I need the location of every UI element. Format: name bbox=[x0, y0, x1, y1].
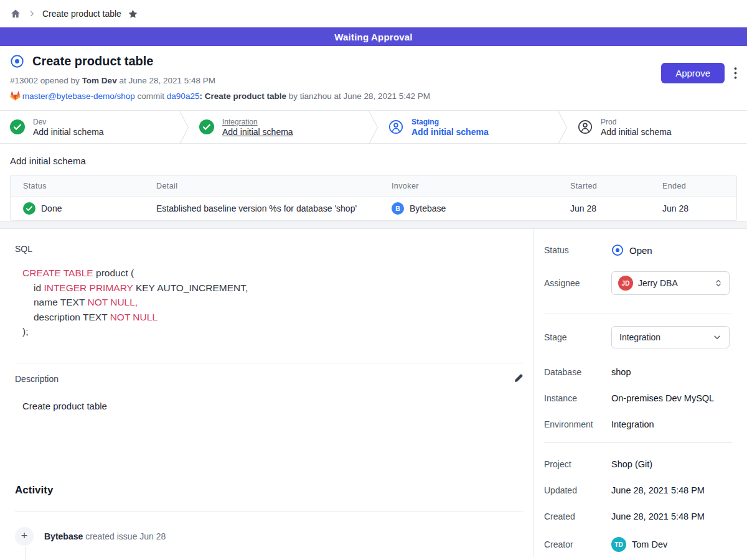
divider bbox=[15, 363, 524, 363]
stage-select[interactable]: Integration bbox=[611, 326, 730, 348]
invoker-avatar: B bbox=[392, 202, 404, 215]
status-open-icon bbox=[611, 244, 624, 256]
sidebar-field-project: Project Shop (Git) bbox=[544, 459, 732, 469]
pending-person-icon bbox=[578, 119, 593, 134]
stage-staging[interactable]: Staging Add initial schema bbox=[378, 111, 558, 143]
column-detail: Detail bbox=[156, 182, 392, 190]
issue-opened-time: at June 28, 2021 5:48 PM bbox=[119, 76, 215, 85]
main-column: SQL CREATE TABLE product ( id INTEGER PR… bbox=[0, 229, 534, 557]
stage-task-label: Add initial schema bbox=[601, 127, 672, 137]
header-actions: Approve bbox=[661, 63, 737, 83]
banner-text: Waiting Approval bbox=[334, 32, 412, 42]
git-commit-byline: by tianzhou at June 28, 2021 5:42 PM bbox=[289, 91, 430, 101]
timeline-connector bbox=[25, 547, 26, 560]
chevron-down-icon bbox=[713, 333, 721, 342]
breadcrumb: Create product table bbox=[0, 0, 747, 27]
pipeline-stages: Dev Add initial schema Integration Add i… bbox=[0, 110, 747, 144]
divider bbox=[15, 511, 524, 511]
column-ended: Ended bbox=[648, 182, 736, 190]
creator-avatar: TD bbox=[611, 537, 626, 552]
sql-keyword: INTEGER PRIMARY bbox=[44, 282, 133, 293]
issue-number: #13002 opened by bbox=[10, 76, 80, 85]
breadcrumb-current: Create product table bbox=[42, 9, 121, 19]
task-ended: Jun 28 bbox=[648, 203, 736, 213]
page-title: Create product table bbox=[32, 54, 153, 68]
stage-integration[interactable]: Integration Add initial schema bbox=[189, 111, 369, 143]
stage-env-label: Staging bbox=[411, 118, 489, 126]
activity-actor: Bytebase bbox=[44, 531, 83, 541]
chevron-right-icon bbox=[27, 9, 36, 18]
stage-task-label: Add initial schema bbox=[411, 127, 489, 137]
instance-value: On-premises Dev MySQL bbox=[611, 393, 714, 403]
issue-author: Tom Dev bbox=[82, 76, 117, 85]
status-value: Open bbox=[629, 245, 652, 256]
sql-keyword: NOT NULL bbox=[110, 312, 157, 322]
sidebar-field-instance: Instance On-premises Dev MySQL bbox=[544, 393, 732, 403]
home-icon[interactable] bbox=[10, 8, 21, 19]
status-banner: Waiting Approval bbox=[0, 27, 747, 46]
pending-person-icon bbox=[388, 119, 403, 134]
description-header: Description bbox=[15, 373, 524, 385]
title-row: Create product table bbox=[10, 54, 430, 68]
divider bbox=[544, 442, 732, 443]
more-options-icon[interactable] bbox=[734, 67, 737, 79]
edit-description-button[interactable] bbox=[514, 373, 524, 385]
sidebar-field-assignee: Assignee JD Jerry DBA bbox=[544, 271, 732, 295]
sidebar-field-creator: Creator TD Tom Dev bbox=[544, 537, 732, 552]
git-commit-message: : Create product table bbox=[199, 91, 286, 101]
task-table: Status Detail Invoker Started Ended Done… bbox=[10, 175, 737, 221]
favorite-star-icon[interactable] bbox=[128, 9, 138, 19]
task-invoker: Bytebase bbox=[410, 203, 446, 213]
issue-sidebar: Status Open Assignee JD Jerry DBA Stage bbox=[534, 229, 747, 557]
task-table-row[interactable]: Done Established baseline version %s for… bbox=[11, 197, 736, 220]
issue-header-left: Create product table #13002 opened by To… bbox=[10, 54, 430, 101]
activity-action: created issue Jun 28 bbox=[85, 531, 166, 541]
creator-value: Tom Dev bbox=[632, 539, 667, 549]
task-section: Add initial schema Status Detail Invoker… bbox=[0, 144, 747, 221]
git-commit-word: commit bbox=[138, 91, 165, 101]
assignee-select[interactable]: JD Jerry DBA bbox=[611, 271, 730, 295]
check-circle-icon bbox=[10, 119, 25, 134]
stage-separator bbox=[369, 111, 378, 143]
column-started: Started bbox=[555, 182, 648, 190]
task-heading: Add initial schema bbox=[10, 156, 737, 166]
section-gap bbox=[0, 221, 747, 228]
issue-meta: #13002 opened by Tom Dev at June 28, 202… bbox=[10, 76, 430, 85]
stage-env-label: Prod bbox=[601, 118, 672, 126]
assignee-avatar: JD bbox=[618, 276, 633, 291]
description-label: Description bbox=[15, 374, 59, 384]
updated-value: June 28, 2021 5:48 PM bbox=[611, 485, 705, 495]
environment-value: Integration bbox=[611, 419, 654, 429]
column-status: Status bbox=[23, 182, 156, 190]
created-value: June 28, 2021 5:48 PM bbox=[611, 511, 705, 521]
sidebar-field-database: Database shop bbox=[544, 367, 732, 377]
assignee-value: Jerry DBA bbox=[638, 278, 709, 288]
task-status: Done bbox=[41, 203, 62, 213]
activity-item: + Bytebase created issue Jun 28 bbox=[15, 527, 524, 546]
lower-content: SQL CREATE TABLE product ( id INTEGER PR… bbox=[0, 228, 747, 557]
gitlab-icon bbox=[10, 91, 20, 101]
sql-keyword: NOT NULL, bbox=[87, 297, 138, 307]
approve-button[interactable]: Approve bbox=[661, 63, 725, 83]
issue-header: Create product table #13002 opened by To… bbox=[0, 46, 747, 110]
pencil-icon bbox=[514, 373, 524, 383]
plus-icon: + bbox=[15, 527, 34, 546]
sql-code: CREATE TABLE product ( id INTEGER PRIMAR… bbox=[22, 266, 524, 339]
git-branch-link[interactable]: master@bytebase-demo/shop bbox=[22, 91, 135, 101]
stage-prod[interactable]: Prod Add initial schema bbox=[567, 111, 747, 143]
stage-separator bbox=[558, 111, 567, 143]
git-commit-row: master@bytebase-demo/shop commit da90a25… bbox=[10, 91, 430, 101]
divider bbox=[544, 314, 732, 314]
project-value: Shop (Git) bbox=[611, 459, 652, 469]
sidebar-field-updated: Updated June 28, 2021 5:48 PM bbox=[544, 485, 732, 495]
stage-env-label: Dev bbox=[33, 118, 104, 126]
stage-dev[interactable]: Dev Add initial schema bbox=[0, 111, 179, 143]
task-table-header: Status Detail Invoker Started Ended bbox=[11, 175, 736, 197]
up-down-chevron-icon bbox=[714, 279, 723, 287]
task-detail: Established baseline version %s for data… bbox=[156, 203, 392, 213]
git-commit-hash-link[interactable]: da90a25 bbox=[167, 91, 200, 101]
stage-env-label: Integration bbox=[222, 118, 293, 126]
task-started: Jun 28 bbox=[555, 203, 648, 213]
issue-open-icon bbox=[10, 54, 24, 68]
check-circle-icon bbox=[23, 202, 35, 215]
